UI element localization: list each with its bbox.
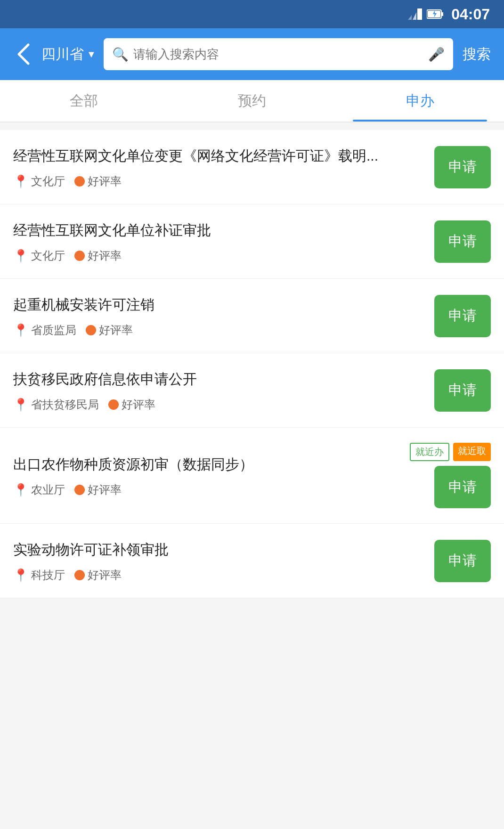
search-button[interactable]: 搜索 [461,45,493,64]
item-department: 📍 省扶贫移民局 [13,397,99,412]
item-content: 经营性互联网文化单位补证审批 📍 文化厅 好评率 [13,219,425,263]
item-rating: 好评率 [86,323,133,338]
search-bar: 🔍 🎤 [104,38,453,70]
rating-dot-icon [74,251,85,261]
province-selector[interactable]: 四川省 ▼ [41,45,96,64]
status-icons [408,8,444,20]
item-badges: 就近办 就近取 [410,443,491,461]
item-meta: 📍 文化厅 好评率 [13,174,425,189]
item-actions: 申请 [434,540,491,582]
item-rating: 好评率 [74,482,122,497]
location-pin-icon: 📍 [13,174,28,189]
province-label: 四川省 [41,45,84,64]
item-title: 起重机械安装许可注销 [13,294,425,315]
svg-rect-4 [441,12,443,16]
item-title: 经营性互联网文化单位补证审批 [13,219,425,241]
list-item: 起重机械安装许可注销 📍 省质监局 好评率 申请 [0,279,504,353]
item-meta: 📍 农业厅 好评率 [13,482,400,497]
item-content: 经营性互联网文化单位变更《网络文化经营许可证》载明... 📍 文化厅 好评率 [13,145,425,189]
province-dropdown-icon: ▼ [87,49,96,60]
item-department: 📍 农业厅 [13,482,65,497]
signal-icon [408,8,422,20]
apply-button[interactable]: 申请 [434,466,491,508]
item-title: 实验动物许可证补领审批 [13,539,425,560]
svg-marker-0 [408,15,412,20]
location-pin-icon: 📍 [13,249,28,263]
badge-nearby: 就近办 [410,443,449,461]
search-input[interactable] [133,47,423,62]
item-department: 📍 省质监局 [13,323,76,338]
apply-button[interactable]: 申请 [434,220,491,263]
item-content: 出口农作物种质资源初审（数据同步） 📍 农业厅 好评率 [13,454,400,497]
status-bar: 04:07 [0,0,504,28]
rating-dot-icon [86,325,96,335]
item-actions: 申请 [434,295,491,337]
item-rating: 好评率 [74,568,122,583]
item-rating: 好评率 [74,248,122,263]
location-pin-icon: 📍 [13,483,28,497]
rating-dot-icon [108,399,119,410]
item-content: 起重机械安装许可注销 📍 省质监局 好评率 [13,294,425,338]
header: 四川省 ▼ 🔍 🎤 搜索 [0,28,504,80]
apply-button[interactable]: 申请 [434,146,491,188]
list-item: 经营性互联网文化单位变更《网络文化经营许可证》载明... 📍 文化厅 好评率 申… [0,130,504,204]
list-item: 出口农作物种质资源初审（数据同步） 📍 农业厅 好评率 就近办 就近取 申请 [0,428,504,524]
item-title: 扶贫移民政府信息依申请公开 [13,368,425,390]
apply-button[interactable]: 申请 [434,295,491,337]
item-department: 📍 文化厅 [13,248,65,263]
list-item: 扶贫移民政府信息依申请公开 📍 省扶贫移民局 好评率 申请 [0,353,504,428]
item-actions: 申请 [434,146,491,188]
search-icon: 🔍 [112,47,129,62]
tab-booking[interactable]: 预约 [168,80,336,122]
back-button[interactable] [11,42,34,66]
badge-recent: 就近取 [453,443,491,461]
mic-icon[interactable]: 🎤 [428,47,445,62]
item-rating: 好评率 [74,174,122,189]
tabs: 全部 预约 申办 [0,80,504,122]
apply-button[interactable]: 申请 [434,369,491,412]
item-content: 实验动物许可证补领审批 📍 科技厅 好评率 [13,539,425,583]
status-time: 04:07 [451,6,490,23]
svg-marker-1 [413,12,416,20]
service-list: 经营性互联网文化单位变更《网络文化经营许可证》载明... 📍 文化厅 好评率 申… [0,130,504,598]
list-item: 经营性互联网文化单位补证审批 📍 文化厅 好评率 申请 [0,204,504,279]
list-item: 实验动物许可证补领审批 📍 科技厅 好评率 申请 [0,524,504,598]
item-meta: 📍 省扶贫移民局 好评率 [13,397,425,412]
apply-button[interactable]: 申请 [434,540,491,582]
location-pin-icon: 📍 [13,568,28,583]
item-meta: 📍 文化厅 好评率 [13,248,425,263]
item-title: 出口农作物种质资源初审（数据同步） [13,454,400,475]
item-actions: 申请 [434,369,491,412]
rating-dot-icon [74,176,85,187]
item-content: 扶贫移民政府信息依申请公开 📍 省扶贫移民局 好评率 [13,368,425,412]
battery-icon [427,9,444,19]
item-meta: 📍 省质监局 好评率 [13,323,425,338]
svg-marker-2 [417,8,422,20]
tab-apply[interactable]: 申办 [336,80,504,122]
item-department: 📍 文化厅 [13,174,65,189]
rating-dot-icon [74,570,85,580]
location-pin-icon: 📍 [13,398,28,412]
rating-dot-icon [74,485,85,495]
item-rating: 好评率 [108,397,155,412]
item-actions: 就近办 就近取 申请 [410,443,491,508]
item-title: 经营性互联网文化单位变更《网络文化经营许可证》载明... [13,145,425,166]
tab-all[interactable]: 全部 [0,80,168,122]
item-actions: 申请 [434,220,491,263]
item-meta: 📍 科技厅 好评率 [13,568,425,583]
location-pin-icon: 📍 [13,323,28,338]
item-department: 📍 科技厅 [13,568,65,583]
